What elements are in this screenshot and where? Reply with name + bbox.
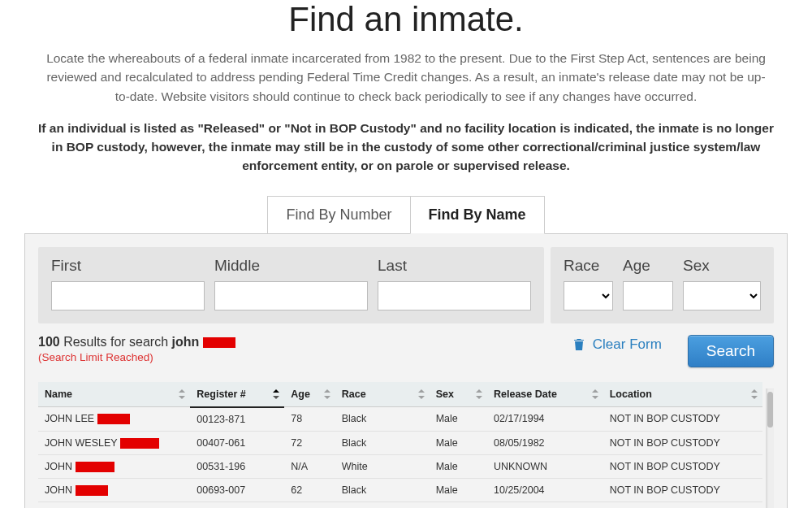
first-input[interactable] <box>51 281 205 310</box>
cell-name: JOHN LEE <box>38 407 190 432</box>
cell-name: JOHN <box>38 478 190 501</box>
cell-sex: Male <box>430 502 487 508</box>
intro-text: Locate the whereabouts of a federal inma… <box>41 49 771 106</box>
results-summary: 100 Results for search john <box>38 335 235 350</box>
redacted-text-icon <box>76 462 114 472</box>
results-table-wrap: Name Register # Age Race Sex Release Dat… <box>38 382 774 509</box>
last-input[interactable] <box>378 281 531 310</box>
sort-icon <box>418 389 425 399</box>
table-row[interactable]: JOHN 00693-00762BlackMale10/25/2004NOT I… <box>38 478 762 501</box>
col-age[interactable]: Age <box>284 382 335 407</box>
cell-race: Black <box>335 407 430 432</box>
clear-form-button[interactable]: Clear Form <box>573 336 662 353</box>
cell-age: 62 <box>284 478 335 501</box>
cell-sex: Male <box>430 454 487 478</box>
sort-icon <box>592 389 598 399</box>
redacted-text-icon <box>97 414 130 424</box>
cell-register: 00407-061 <box>190 431 284 454</box>
cell-age: 68 <box>284 502 335 508</box>
col-race[interactable]: Race <box>335 382 430 407</box>
cell-release: 02/17/1994 <box>487 407 603 432</box>
table-scrollbar[interactable] <box>766 389 774 509</box>
search-limit-notice: (Search Limit Reached) <box>38 351 235 363</box>
redacted-lastname-icon <box>203 337 235 348</box>
col-register[interactable]: Register # <box>190 382 284 407</box>
cell-race: White <box>335 502 430 508</box>
search-tabs: Find By Number Find By Name <box>24 195 788 233</box>
table-row[interactable]: JOHN LEE 00123-87178BlackMale02/17/1994N… <box>38 407 762 432</box>
cell-name: JOHN ALLEN <box>38 502 190 508</box>
cell-age: 72 <box>284 431 335 454</box>
cell-age: N/A <box>284 454 335 478</box>
table-row[interactable]: JOHN ALLEN 00790-08168WhiteMale08/05/198… <box>38 502 762 508</box>
page-title: Find an inmate. <box>24 0 788 39</box>
tab-find-by-number[interactable]: Find By Number <box>267 196 410 234</box>
cell-name: JOHN WESLEY <box>38 431 190 454</box>
scroll-thumb[interactable] <box>767 392 773 428</box>
cell-release: 08/05/1982 <box>487 431 603 454</box>
col-sex[interactable]: Sex <box>430 382 487 407</box>
race-label: Race <box>564 257 613 275</box>
table-row[interactable]: JOHN 00531-196N/AWhiteMaleUNKNOWNNOT IN … <box>38 454 762 478</box>
table-header-row: Name Register # Age Race Sex Release Dat… <box>38 382 762 407</box>
last-label: Last <box>378 257 531 275</box>
cell-sex: Male <box>430 431 487 454</box>
redacted-text-icon <box>76 485 108 496</box>
demo-filter-group: Race Age Sex <box>551 247 774 323</box>
name-filter-group: First Middle Last <box>38 247 544 323</box>
results-table: Name Register # Age Race Sex Release Dat… <box>38 382 762 509</box>
cell-name: JOHN <box>38 454 190 478</box>
cell-location: NOT IN BOP CUSTODY <box>603 407 762 432</box>
cell-age: 78 <box>284 407 335 432</box>
sex-label: Sex <box>683 257 761 275</box>
search-term-first: john <box>172 335 200 349</box>
cell-location: NOT IN BOP CUSTODY <box>603 502 762 508</box>
cell-register: 00123-871 <box>190 407 284 432</box>
clear-form-label: Clear Form <box>593 336 662 353</box>
cell-location: NOT IN BOP CUSTODY <box>603 478 762 501</box>
cell-sex: Male <box>430 478 487 501</box>
age-label: Age <box>623 257 673 275</box>
cell-race: White <box>335 454 430 478</box>
cell-sex: Male <box>430 407 487 432</box>
redacted-text-icon <box>120 438 159 449</box>
cell-release: UNKNOWN <box>487 454 603 478</box>
first-label: First <box>51 257 205 275</box>
table-row[interactable]: JOHN WESLEY 00407-06172BlackMale08/05/19… <box>38 431 762 454</box>
sort-icon <box>179 389 185 399</box>
sort-icon <box>751 389 758 399</box>
custody-notice: If an individual is listed as "Released"… <box>32 119 780 176</box>
cell-release: 10/25/2004 <box>487 478 603 501</box>
cell-release: 08/05/1982 <box>487 502 603 508</box>
tab-find-by-name[interactable]: Find By Name <box>410 196 545 234</box>
cell-race: Black <box>335 431 430 454</box>
cell-register: 00531-196 <box>190 454 284 478</box>
cell-race: Black <box>335 478 430 501</box>
age-input[interactable] <box>623 281 673 310</box>
cell-location: NOT IN BOP CUSTODY <box>603 454 762 478</box>
race-select[interactable] <box>564 281 613 310</box>
search-panel: First Middle Last Race <box>24 233 788 509</box>
search-button[interactable]: Search <box>688 335 774 367</box>
results-for-label: Results for search <box>63 335 168 349</box>
middle-input[interactable] <box>214 281 368 310</box>
middle-label: Middle <box>214 257 368 275</box>
results-count: 100 <box>38 335 60 349</box>
cell-register: 00790-081 <box>190 502 284 508</box>
col-name[interactable]: Name <box>38 382 190 407</box>
cell-location: NOT IN BOP CUSTODY <box>603 431 762 454</box>
sort-icon <box>476 389 482 399</box>
sort-icon <box>324 389 330 399</box>
cell-register: 00693-007 <box>190 478 284 501</box>
sort-icon <box>273 389 279 399</box>
trash-icon <box>573 338 585 351</box>
sex-select[interactable] <box>683 281 761 310</box>
col-location[interactable]: Location <box>603 382 762 407</box>
col-release[interactable]: Release Date <box>487 382 603 407</box>
